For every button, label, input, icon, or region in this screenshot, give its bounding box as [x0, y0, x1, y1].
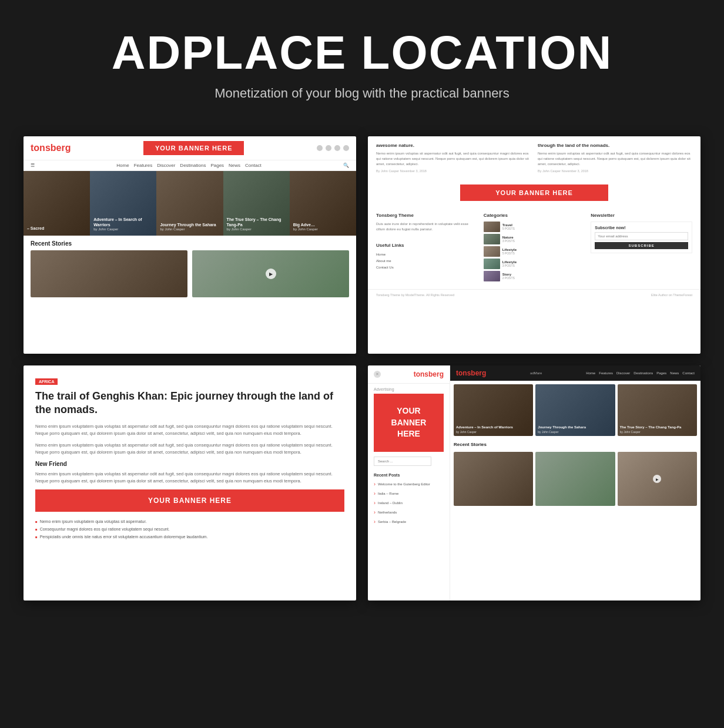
br-sidebar: ✕ tonsberg Advertising YOURBANNERHERE Re… — [368, 365, 450, 600]
bl-category-tag: AFRICA — [35, 378, 58, 385]
tl-nav-links: Home Features Discover Destinations Page… — [116, 163, 261, 168]
preview-bottom-left: AFRICA The trail of Genghis Khan: Epic j… — [24, 365, 356, 600]
tr-newsletter-title: Newsletter — [591, 213, 692, 218]
br-sidebar-logo: tonsberg — [414, 370, 444, 378]
tr-cat-item-2: Nature 3 POSTS — [484, 234, 585, 244]
hero-card-2-label: Adventure – In Search of Warriors by Joh… — [93, 217, 153, 231]
tr-themeforest: Elite Author on ThemeForest — [651, 293, 692, 297]
tr-col2-title: through the land of the nomads. — [538, 142, 692, 149]
cat-img-5 — [484, 271, 500, 281]
br-search-input[interactable] — [374, 457, 431, 466]
page-subtitle: Monetization of your blog with the pract… — [12, 86, 712, 101]
social-icon-2 — [326, 145, 331, 151]
br-ad-banner[interactable]: YOURBANNERHERE — [374, 394, 444, 452]
br-recent-img-1 — [454, 452, 533, 506]
recent-stories-title: Recent Stories — [31, 240, 349, 247]
tr-cat-item-1: Travel 5 POSTS — [484, 222, 585, 232]
tr-article-columns: awesome nature. Nemo enim ipsum voluptas… — [368, 136, 700, 179]
tr-newsletter-box: Subscribe now! SUBSCRIBE — [591, 222, 692, 253]
tr-col-1: awesome nature. Nemo enim ipsum voluptas… — [376, 142, 531, 173]
br-recent-post-2: Italia – Rome — [368, 489, 450, 498]
bl-banner[interactable]: YOUR BANNER HERE — [35, 489, 344, 512]
preview-top-left: tonsberg YOUR BANNER HERE ☰ Home Feature… — [24, 136, 356, 354]
tr-footer-categories: Categories Travel 5 POSTS Nature 3 POSTS — [484, 213, 585, 283]
tr-col1-meta: By John Casper November 3, 2018 — [376, 169, 531, 173]
social-icon-4 — [343, 145, 349, 151]
tr-banner-wrap: YOUR BANNER HERE — [368, 179, 700, 207]
bl-bullet-list: Nemo enim ipsum voluptatem quia voluptas… — [35, 518, 344, 541]
tr-footer: Tonsberg Theme Duis aute irure dolor in … — [368, 207, 700, 283]
br-play-icon: ▶ — [653, 475, 661, 483]
br-hero-card-3: The True Story – The Chang Tang-Pa by Jo… — [618, 384, 697, 436]
bl-paragraph-1: Nemo enim ipsum voluptatem quia voluptas… — [35, 423, 344, 437]
bl-list-item-1: Nemo enim ipsum voluptatem quia voluptas… — [35, 518, 344, 525]
hero-card-4: The True Story – The Chang Tang-Pa by Jo… — [223, 171, 290, 236]
cat-img-4 — [484, 259, 500, 269]
bl-article-title: The trail of Genghis Khan: Epic journey … — [35, 390, 344, 417]
social-icon-3 — [334, 145, 340, 151]
br-advertising-label: Advertising — [368, 384, 450, 394]
preview-bottom-right: ✕ tonsberg Advertising YOURBANNERHERE Re… — [368, 365, 700, 600]
tl-hero-cards: – Sacred Adventure – In Search of Warrio… — [24, 171, 356, 236]
tr-footer-tonsberg: Tonsberg Theme Duis aute irure dolor in … — [376, 213, 478, 283]
tr-cat-item-3: Lifestyle 5 POSTS — [484, 246, 585, 257]
tr-cat-item-5: Story 2 POSTS — [484, 271, 585, 281]
cat-img-1 — [484, 222, 500, 232]
tr-banner-button[interactable]: YOUR BANNER HERE — [460, 184, 608, 201]
preview-top-right: awesome nature. Nemo enim ipsum voluptas… — [368, 136, 700, 354]
previews-grid: tonsberg YOUR BANNER HERE ☰ Home Feature… — [0, 125, 724, 624]
br-main-header: tonsberg adMare Home Features Discover D… — [450, 365, 700, 381]
br-recent-images: ▶ — [450, 449, 700, 508]
tr-useful-links-title: Useful Links — [376, 243, 478, 248]
page-title: ADPLACE LOCATION — [12, 29, 712, 76]
cat-img-2 — [484, 234, 500, 244]
hero-card-1-label: – Sacred — [27, 226, 86, 231]
tr-links: Home About me Contact Us — [376, 251, 478, 270]
social-icon-1 — [317, 145, 323, 151]
tr-col2-meta: By John Casper November 3, 2018 — [538, 169, 692, 173]
close-icon[interactable]: ✕ — [374, 371, 381, 378]
tr-tonsberg-title: Tonsberg Theme — [376, 213, 478, 218]
tr-categories-title: Categories — [484, 213, 585, 218]
br-adplace-label: adMare — [530, 371, 542, 375]
header-section: ADPLACE LOCATION Monetization of your bl… — [0, 0, 724, 125]
tl-nav: ☰ Home Features Discover Destinations Pa… — [24, 160, 356, 171]
bl-list-item-3: Perspiciatis unde omnis iste natus error… — [35, 533, 344, 541]
tr-nl-email-input[interactable] — [595, 232, 688, 240]
tr-nl-subscribe-button[interactable]: SUBSCRIBE — [595, 242, 688, 249]
hero-card-3: Journey Through the Sahara by John Caspe… — [156, 171, 223, 236]
bl-article-content: AFRICA The trail of Genghis Khan: Epic j… — [24, 365, 356, 550]
hero-card-3-label: Journey Through the Sahara by John Caspe… — [160, 222, 219, 231]
hero-card-5: Big Adve… by John Casper — [290, 171, 356, 236]
br-main-nav: Home Features Discover Destinations Page… — [586, 371, 695, 375]
tl-banner-button[interactable]: YOUR BANNER HERE — [143, 141, 244, 155]
br-recent-post-5: Serbia – Belgrade — [368, 517, 450, 526]
tr-tonsberg-desc: Duis aute irure dolor in reprehenderit i… — [376, 222, 478, 232]
tr-bottom-bar: Tonsberg Theme by ModelTheme. All Rights… — [368, 289, 700, 300]
tr-nl-subscribe-title: Subscribe now! — [595, 226, 688, 230]
tr-col1-text: Nemo enim ipsum voluptas sit aspernatur … — [376, 151, 531, 167]
br-recent-post-3: Ireland – Dublin — [368, 498, 450, 508]
play-icon: ▶ — [266, 269, 276, 279]
br-main-area: tonsberg adMare Home Features Discover D… — [450, 365, 700, 600]
tr-footer-newsletter: Newsletter Subscribe now! SUBSCRIBE — [591, 213, 692, 283]
bl-paragraph-2: Nemo enim ipsum voluptatem quia voluptas… — [35, 442, 344, 456]
recent-image-1 — [31, 250, 187, 297]
bl-paragraph-3: Nemo enim ipsum voluptatem quia voluptas… — [35, 471, 344, 485]
hero-card-5-label: Big Adve… by John Casper — [293, 222, 353, 231]
recent-image-2: ▶ — [192, 250, 349, 297]
br-hero-card-1: Adventure – In Search of Warriors by Joh… — [454, 384, 533, 436]
bl-list-item-2: Consequuntur magni dolores eos qui ratio… — [35, 525, 344, 533]
bl-subheading: New Friend — [35, 461, 344, 467]
tl-social-icons — [317, 145, 349, 151]
hero-card-2: Adventure – In Search of Warriors by Joh… — [90, 171, 156, 236]
hero-card-1: – Sacred — [24, 171, 90, 236]
br-recent-post-1: Welcome to the Gutenberg Editor — [368, 479, 450, 489]
tr-col2-text: Nemo enim ipsum voluptas sit aspernatur … — [538, 151, 692, 167]
tr-col-2: through the land of the nomads. Nemo eni… — [538, 142, 692, 173]
br-hero-cards: Adventure – In Search of Warriors by Joh… — [450, 381, 700, 440]
search-icon: 🔍 — [343, 163, 349, 168]
tr-col1-title: awesome nature. — [376, 142, 531, 149]
br-sidebar-header: ✕ tonsberg — [368, 365, 450, 384]
br-recent-img-2 — [535, 452, 615, 506]
